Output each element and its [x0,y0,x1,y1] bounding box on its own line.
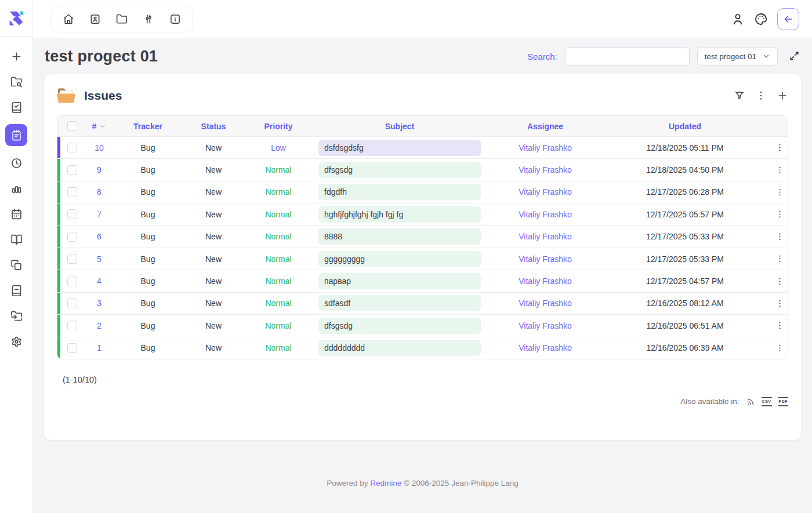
row-checkbox[interactable] [67,321,77,330]
palette-icon[interactable] [754,12,768,26]
row-checkbox[interactable] [67,276,77,286]
back-button[interactable] [777,8,799,30]
nav-info-icon[interactable] [169,13,181,25]
sidebar-item-calendar-icon[interactable] [8,205,25,223]
nav-contact-card-icon[interactable] [89,13,101,25]
user-icon[interactable] [731,12,745,26]
row-menu-icon[interactable] [765,299,788,308]
sidebar-item-folder-search-icon[interactable] [8,73,25,90]
search-label[interactable]: Search: [527,52,557,61]
project-select[interactable]: test progect 01 [697,47,778,66]
app-logo[interactable] [0,0,32,37]
assignee-link[interactable]: Vitaliy Frashko [519,299,572,308]
row-checkbox[interactable] [67,165,77,175]
expand-icon[interactable] [789,50,800,62]
issue-id-link[interactable]: 7 [97,210,102,219]
row-menu-icon[interactable] [765,254,788,264]
column-header-id[interactable]: # [86,122,112,131]
issue-id-link[interactable]: 3 [97,299,102,308]
row-checkbox[interactable] [67,187,77,197]
sidebar-item-settings-icon[interactable] [8,333,25,350]
assignee-link[interactable]: Vitaliy Frashko [519,210,572,219]
search-input[interactable] [565,48,690,66]
issue-id-cell: 2 [86,321,112,330]
assignee-link[interactable]: Vitaliy Frashko [519,232,572,241]
add-issue-icon[interactable] [777,90,788,101]
redmine-link[interactable]: Redmine [370,479,401,487]
filter-icon[interactable] [734,90,745,101]
issue-id-link[interactable]: 2 [97,321,102,330]
csv-export-icon[interactable]: CSV [762,397,772,406]
issue-id-link[interactable]: 4 [97,276,102,286]
subject-text[interactable]: dsfdsgdsfg [318,140,481,156]
issue-id-link[interactable]: 1 [97,343,102,352]
assignee-link[interactable]: Vitaliy Frashko [519,254,572,264]
sidebar-item-book-check-icon[interactable] [8,99,25,116]
subject-text[interactable]: dfsgsdg [318,318,481,334]
priority-cell: Normal [243,232,314,241]
row-menu-icon[interactable] [765,232,788,242]
column-header-priority[interactable]: Priority [243,122,314,131]
sidebar-item-notepad-icon[interactable] [5,124,27,146]
row-checkbox[interactable] [67,299,77,308]
priority-cell: Normal [243,187,314,197]
row-checkbox[interactable] [67,143,77,152]
row-menu-icon[interactable] [765,321,788,330]
assignee-link[interactable]: Vitaliy Frashko [519,187,572,197]
subject-text[interactable]: ggggggggg [318,251,481,267]
assignee-link[interactable]: Vitaliy Frashko [519,343,572,352]
nav-home-icon[interactable] [63,13,74,25]
row-menu-icon[interactable] [765,143,788,152]
subject-text[interactable]: hghfjfghjfghj fgjh fgj fg [318,206,481,223]
row-menu-icon[interactable] [765,187,788,197]
row-menu-icon[interactable] [765,343,788,353]
row-checkbox[interactable] [67,232,77,242]
priority-cell: Normal [243,276,314,286]
issue-id-link[interactable]: 10 [95,143,104,152]
sidebar-item-clock-icon[interactable] [8,154,25,172]
assignee-link[interactable]: Vitaliy Frashko [519,276,572,286]
subject-text[interactable]: sdfasdf [318,295,481,311]
issue-id-link[interactable]: 9 [97,165,102,174]
pdf-export-icon[interactable]: PDF [778,397,789,406]
row-checkbox[interactable] [67,343,77,353]
nav-folder-icon[interactable] [116,13,128,25]
subject-text[interactable]: ddddddddd [318,340,481,356]
sidebar-item-plus-icon[interactable] [8,48,25,65]
column-header-updated[interactable]: Updated [605,122,765,131]
issue-id-link[interactable]: 5 [97,254,102,264]
column-header-status[interactable]: Status [184,122,243,131]
card-menu-icon[interactable] [755,90,767,101]
row-menu-icon[interactable] [765,165,788,175]
row-checkbox-cell [57,321,86,330]
row-checkbox[interactable] [67,254,77,264]
select-all-checkbox[interactable] [67,121,77,131]
column-header-subject[interactable]: Subject [314,122,485,131]
issue-row-10: 10BugNewLowdsfdsgdsfgVitaliy Frashko12/1… [57,136,788,158]
subject-text[interactable]: fdgdfh [318,184,481,200]
subject-text[interactable]: 8888 [318,228,481,245]
row-accent-bar [57,248,60,270]
issue-id-link[interactable]: 8 [97,187,102,197]
rss-icon[interactable] [746,397,755,406]
updated-cell: 12/17/2025 05:57 PM [605,210,765,219]
sidebar-item-notebook-icon[interactable] [8,282,25,299]
assignee-link[interactable]: Vitaliy Frashko [519,321,572,330]
issues-table: #TrackerStatusPrioritySubjectAssigneeUpd… [57,115,788,359]
row-menu-icon[interactable] [765,209,788,219]
sidebar-item-bar-chart-icon[interactable] [8,180,25,197]
sidebar-item-book-open-icon[interactable] [8,231,25,248]
row-checkbox-cell [57,254,86,264]
column-header-assignee[interactable]: Assignee [485,122,605,131]
row-checkbox[interactable] [67,209,77,219]
nav-sliders-icon[interactable] [143,13,154,25]
assignee-link[interactable]: Vitaliy Frashko [519,165,572,174]
sidebar-item-copy-icon[interactable] [8,256,25,274]
subject-text[interactable]: dfsgsdg [318,162,481,178]
row-menu-icon[interactable] [765,276,788,286]
assignee-link[interactable]: Vitaliy Frashko [519,143,572,152]
issue-id-link[interactable]: 6 [97,232,102,241]
subject-text[interactable]: парвар [318,273,481,289]
column-header-tracker[interactable]: Tracker [112,122,184,131]
sidebar-item-folder-export-icon[interactable] [8,307,25,325]
